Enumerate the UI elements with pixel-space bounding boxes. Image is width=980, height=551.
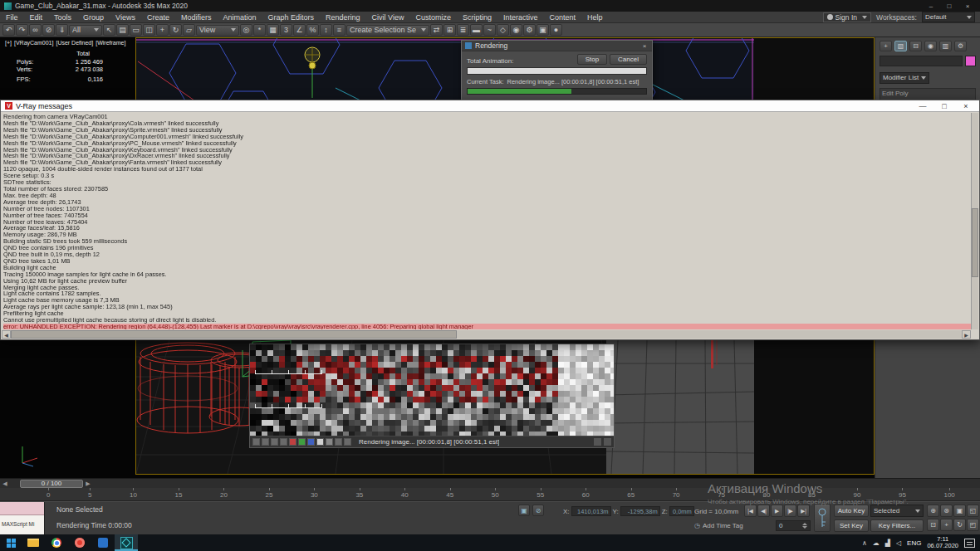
file-explorer-icon[interactable] <box>22 534 45 551</box>
named-selection-dropdown[interactable]: Create Selection Se <box>346 25 429 36</box>
unlink-selection-icon[interactable]: ⊘ <box>42 24 55 36</box>
utilities-tab[interactable]: ⚙ <box>954 41 967 51</box>
undo-icon[interactable]: ↶ <box>2 24 15 36</box>
save-image-icon[interactable] <box>252 438 260 446</box>
viewport-wireframe-menu[interactable]: [Wireframe] <box>96 40 125 46</box>
schematic-view-icon[interactable]: ◇ <box>497 24 509 36</box>
object-color-swatch[interactable] <box>965 56 976 66</box>
scroll-right-arrow[interactable]: ▶ <box>962 330 971 339</box>
viewport-camera-menu[interactable]: [VRayCam001] <box>14 40 53 46</box>
material-editor-icon[interactable]: ◉ <box>510 24 522 36</box>
duplicate-buffer-icon[interactable] <box>280 438 287 446</box>
vray-messages-titlebar[interactable]: V V-Ray messages —□× <box>1 100 979 112</box>
keyboard-shortcut-override-icon[interactable]: ▦ <box>267 24 279 36</box>
cancel-button[interactable]: Cancel <box>610 54 647 65</box>
3dsmax-taskbar-icon[interactable] <box>115 534 138 551</box>
menu-group[interactable]: Group <box>77 12 110 23</box>
select-and-scale-icon[interactable]: ▱ <box>183 24 195 36</box>
viewport-shading-menu[interactable]: [User Defined] <box>56 40 93 46</box>
x-coordinate-field[interactable]: 1410,013m <box>571 506 611 516</box>
orbit-icon[interactable]: ↻ <box>953 519 966 531</box>
vfb-stamp-icon[interactable] <box>594 438 601 446</box>
y-coordinate-field[interactable]: -1295,38m <box>620 506 660 516</box>
pan-view-icon[interactable]: + <box>940 519 953 531</box>
scrollbar-thumb[interactable] <box>11 330 457 339</box>
selection-lock-button[interactable]: ⊘ <box>532 505 544 516</box>
menu-graph-editors[interactable]: Graph Editors <box>262 12 320 23</box>
monochrome-icon[interactable] <box>326 438 333 446</box>
workspace-select[interactable]: Default <box>922 12 975 22</box>
blue-channel-icon[interactable] <box>307 438 315 446</box>
frame-spinner[interactable] <box>802 521 807 530</box>
menu-create[interactable]: Create <box>141 12 175 23</box>
hierarchy-tab[interactable]: ⊟ <box>909 41 922 51</box>
go-to-start-button[interactable]: |◀ <box>744 505 757 517</box>
create-tab[interactable]: + <box>880 41 892 51</box>
ribbon-toggle-icon[interactable]: ▬ <box>470 24 483 36</box>
select-and-manipulate-icon[interactable]: * <box>253 24 266 36</box>
menu-views[interactable]: Views <box>110 12 141 23</box>
snaps-toggle-icon[interactable]: 3 <box>280 24 292 36</box>
maxscript-mini-listener[interactable]: MAXScript Mi <box>0 502 45 535</box>
select-and-link-icon[interactable]: ∞ <box>29 24 42 36</box>
close-button[interactable]: × <box>963 2 973 10</box>
modify-tab[interactable]: ▧ <box>894 41 907 51</box>
alpha-channel-icon[interactable] <box>316 438 324 446</box>
layer-manager-icon[interactable]: ≣ <box>457 24 469 36</box>
key-filters-button[interactable]: Key Filters... <box>870 519 924 532</box>
selection-filter-dropdown[interactable]: All <box>69 25 102 36</box>
load-image-icon[interactable] <box>262 438 269 446</box>
action-center-icon[interactable] <box>964 539 975 548</box>
stack-item-edit-poly[interactable]: Edit Poly <box>882 90 973 98</box>
zoom-extents-all-icon[interactable]: ◱ <box>967 505 979 517</box>
red-channel-icon[interactable] <box>289 438 296 446</box>
menu-edit[interactable]: Edit <box>24 12 49 23</box>
menu-tools[interactable]: Tools <box>48 12 77 23</box>
horizontal-scrollbar[interactable]: ◀ ▶ <box>2 330 971 339</box>
play-button[interactable]: ▶ <box>771 505 783 517</box>
clear-image-icon[interactable] <box>271 438 278 446</box>
edit-named-selection-icon[interactable]: ≡ <box>333 24 345 36</box>
select-by-name-icon[interactable]: ▤ <box>116 24 129 36</box>
sign-in-button[interactable]: Sign In <box>823 12 871 22</box>
region-render-icon[interactable] <box>335 438 342 446</box>
time-forward-arrow[interactable]: ▶ <box>83 480 93 487</box>
curve-editor-icon[interactable]: ~ <box>483 24 496 36</box>
vray-close-button[interactable]: × <box>962 102 970 110</box>
close-icon[interactable]: × <box>640 42 649 50</box>
spinner-snap-icon[interactable]: ↕ <box>320 24 332 36</box>
select-and-rotate-icon[interactable]: ↻ <box>169 24 182 36</box>
vfb-expand-icon[interactable] <box>604 438 611 446</box>
go-to-end-button[interactable]: ▶| <box>797 505 810 517</box>
render-setup-icon[interactable]: ⚙ <box>523 24 536 36</box>
tray-expand-icon[interactable]: ∧ <box>862 539 867 547</box>
bind-to-spacewarp-icon[interactable]: ⇓ <box>56 24 68 36</box>
angle-snap-icon[interactable]: ∠ <box>293 24 306 36</box>
set-key-mode-button[interactable] <box>814 504 831 532</box>
z-coordinate-field[interactable]: 0,0mm <box>669 506 694 516</box>
menu-modifiers[interactable]: Modifiers <box>175 12 218 23</box>
menu-civil-view[interactable]: Civil View <box>366 12 410 23</box>
redo-icon[interactable]: ↷ <box>16 24 28 36</box>
motion-tab[interactable]: ◉ <box>924 41 937 51</box>
menu-interactive[interactable]: Interactive <box>497 12 544 23</box>
stop-button[interactable]: Stop <box>577 54 607 65</box>
modifier-list-dropdown[interactable]: Modifier List <box>880 72 929 84</box>
macro-recorder-pane[interactable] <box>0 502 44 515</box>
align-icon[interactable]: ⊞ <box>443 24 456 36</box>
listener-pane[interactable]: MAXScript Mi <box>0 515 44 535</box>
select-object-icon[interactable]: ↖ <box>103 24 115 36</box>
current-frame-field[interactable]: 0 <box>776 520 811 531</box>
network-icon[interactable]: ▟ <box>885 539 890 547</box>
menu-rendering[interactable]: Rendering <box>320 12 366 23</box>
add-time-tag[interactable]: ◷ Add Time Tag <box>694 522 743 529</box>
key-filter-select[interactable]: Selected <box>870 505 924 517</box>
vfb-render-canvas[interactable] <box>250 344 614 436</box>
maximize-viewport-icon[interactable]: ◰ <box>967 519 979 531</box>
menu-help[interactable]: Help <box>581 12 609 23</box>
auto-key-button[interactable]: Auto Key <box>834 505 869 517</box>
minimize-button[interactable]: – <box>926 2 936 10</box>
viewport-general-menu[interactable]: [+] <box>5 40 12 46</box>
time-slider-handle[interactable]: 0 / 100 <box>20 480 83 488</box>
render-production-icon[interactable]: ● <box>550 24 562 36</box>
